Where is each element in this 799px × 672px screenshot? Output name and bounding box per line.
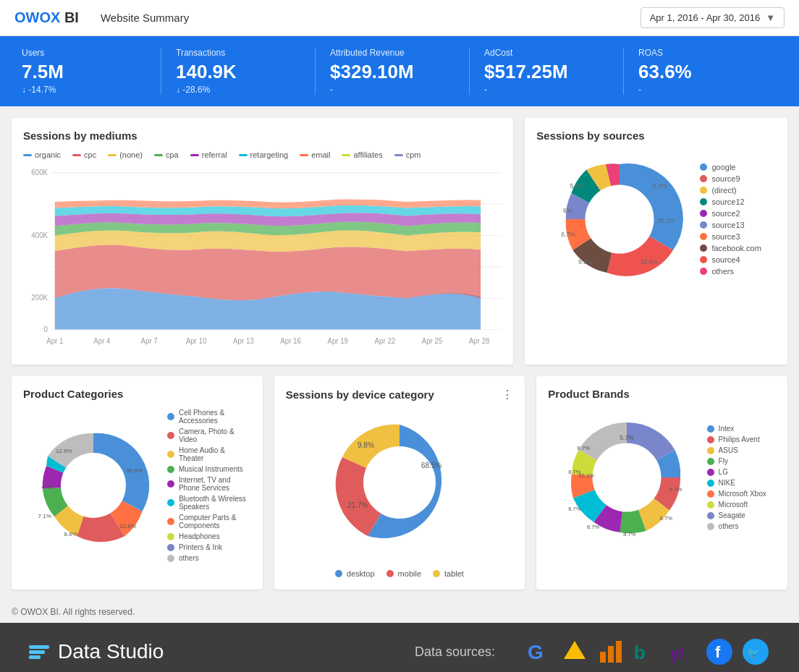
svg-text:6%: 6% xyxy=(564,207,573,214)
svg-text:5.7%: 5.7% xyxy=(620,434,634,441)
svg-text:8.7%: 8.7% xyxy=(577,445,590,451)
brand-label-microsoft: Microsoft xyxy=(719,501,748,509)
sessions-by-mediums-title: Sessions by mediums xyxy=(23,129,502,142)
metric-users: Users 7.5M -14.7% xyxy=(22,48,161,95)
legend-label-cpa: cpa xyxy=(166,150,179,159)
sources-label-direct: (direct) xyxy=(711,186,736,195)
sources-dot-facebook xyxy=(700,244,707,252)
cat-legend-headphones: Headphones xyxy=(167,532,246,540)
categories-legend: Cell Phones &Accessories Camera, Photo &… xyxy=(167,409,246,562)
date-range-value: Apr 1, 2016 - Apr 30, 2016 xyxy=(650,12,761,23)
sources-donut-container: 9.2% 35.2% 18.4% 9.6% 6.7% 6% 5.9% googl… xyxy=(536,150,776,288)
svg-text:Apr 19: Apr 19 xyxy=(327,337,348,346)
brands-legend-xbox: Microsoft Xbox xyxy=(707,490,766,498)
sources-legend-source2: source2 xyxy=(700,209,761,218)
legend-dot-email xyxy=(300,154,308,156)
legend-label-retargeting: retargeting xyxy=(250,150,289,159)
legend-label-referral: referral xyxy=(202,150,227,159)
brands-donut-svg: 5.7% 22.1% 8.7% 8.7% 8.7% 8.7% 8.7% 8.7%… xyxy=(558,409,696,546)
sources-legend-source4: source4 xyxy=(700,255,761,264)
metric-roas-label: ROAS xyxy=(638,48,763,58)
legend-dot-cpc xyxy=(72,154,81,156)
product-categories-card: Product Categories xyxy=(12,376,263,590)
svg-point-20 xyxy=(585,185,654,254)
svg-text:8.7%: 8.7% xyxy=(568,469,581,475)
svg-text:G: G xyxy=(528,641,544,663)
product-brands-card: Product Brands xyxy=(536,376,787,590)
svg-text:600K: 600K xyxy=(31,169,48,177)
facebook-icon: f xyxy=(705,637,734,666)
legend-affiliates: affiliates xyxy=(342,150,382,159)
legend-retargeting: retargeting xyxy=(239,150,289,159)
legend-email: email xyxy=(300,150,330,159)
sessions-by-device-title: Sessions by device category xyxy=(286,388,434,401)
sources-label-source13: source13 xyxy=(711,221,744,229)
metric-users-change: -14.7% xyxy=(22,85,146,95)
cat-legend-cellphones: Cell Phones &Accessories xyxy=(167,409,246,425)
svg-point-39 xyxy=(592,443,661,512)
brands-legend-nike: NIKE xyxy=(707,479,766,487)
row-1: Sessions by mediums organic cpc (none) c… xyxy=(12,118,787,365)
metric-transactions-change: -28.6% xyxy=(176,85,300,95)
sources-legend-direct: (direct) xyxy=(700,186,761,195)
svg-text:8.7%: 8.7% xyxy=(568,506,581,512)
svg-text:400K: 400K xyxy=(31,231,48,239)
sources-legend-google: google xyxy=(700,163,761,171)
sources-dot-source13 xyxy=(700,221,707,229)
legend-dot-referral xyxy=(190,154,199,156)
mediums-chart-area: 600K 400K 200K 0 xyxy=(23,165,502,353)
sources-dot-source9 xyxy=(700,175,707,182)
more-options-icon[interactable]: ⋮ xyxy=(502,388,513,401)
svg-text:Apr 4: Apr 4 xyxy=(93,337,110,346)
cat-legend-others: others xyxy=(167,554,246,562)
bing-icon: b xyxy=(633,637,661,666)
sources-dot-others xyxy=(700,268,707,275)
page-title: Website Summary xyxy=(101,12,641,24)
device-legend: desktop mobile tablet xyxy=(335,569,464,578)
metric-adcost-value: $517.25M xyxy=(484,61,609,83)
metric-revenue-change: - xyxy=(330,85,455,95)
device-label-mobile: mobile xyxy=(398,569,421,578)
sources-legend-facebook: facebook.com xyxy=(700,244,761,252)
cat-legend-bluetooth: Bluetooth & WirelessSpeakers xyxy=(167,495,246,511)
legend-label-none: (none) xyxy=(119,150,143,159)
svg-rect-53 xyxy=(616,641,622,663)
metric-roas-change: - xyxy=(638,85,763,95)
svg-rect-51 xyxy=(600,652,606,663)
footer: © OWOX BI. All rights reserved. xyxy=(0,601,799,623)
brand-label-lg: LG xyxy=(719,468,728,476)
svg-text:Apr 16: Apr 16 xyxy=(280,337,301,346)
svg-text:Apr 22: Apr 22 xyxy=(375,337,396,346)
sources-donut-svg: 9.2% 35.2% 18.4% 9.6% 6.7% 6% 5.9% xyxy=(551,150,688,288)
cat-legend-musical: Musical Instruments xyxy=(167,465,246,473)
svg-rect-52 xyxy=(608,646,614,663)
metric-adcost-label: AdCost xyxy=(484,48,609,58)
legend-none: (none) xyxy=(108,150,143,159)
device-legend-tablet: tablet xyxy=(433,569,464,578)
svg-text:22.1%: 22.1% xyxy=(578,472,594,479)
mediums-chart-svg: 600K 400K 200K 0 xyxy=(23,165,502,353)
brands-legend-asus: ASUS xyxy=(707,446,766,454)
legend-organic: organic xyxy=(23,150,61,159)
device-donut-svg: 68.5% 21.7% 9.8% xyxy=(327,410,472,555)
brand-label-fly: Fly xyxy=(719,457,728,465)
svg-text:4.4%: 4.4% xyxy=(41,484,54,490)
date-range-picker[interactable]: Apr 1, 2016 - Apr 30, 2016 ▼ xyxy=(641,7,785,28)
sources-legend-source13: source13 xyxy=(700,221,761,229)
legend-label-cpc: cpc xyxy=(84,150,96,159)
svg-text:Apr 13: Apr 13 xyxy=(233,337,254,346)
chevron-down-icon: ▼ xyxy=(766,12,775,23)
main-content: Sessions by mediums organic cpc (none) c… xyxy=(0,106,799,601)
cat-legend-computer: Computer Parts &Components xyxy=(167,514,246,529)
cat-legend-camera: Camera, Photo &Video xyxy=(167,428,246,443)
sources-legend-source9: source9 xyxy=(700,174,761,183)
sources-label-source3: source3 xyxy=(711,232,740,241)
categories-donut-svg: 35.6% 12.8% 8.6% 7.1% 4.4% 12.9% xyxy=(28,420,158,550)
cat-legend-printers: Printers & Ink xyxy=(167,543,246,551)
svg-text:🐦: 🐦 xyxy=(747,647,760,659)
sessions-by-sources-card: Sessions by sources xyxy=(525,118,787,365)
svg-text:12.9%: 12.9% xyxy=(56,448,72,454)
legend-label-cpm: cpm xyxy=(406,150,421,159)
sources-dot-source2 xyxy=(700,210,707,217)
metric-users-value: 7.5M xyxy=(22,61,146,83)
